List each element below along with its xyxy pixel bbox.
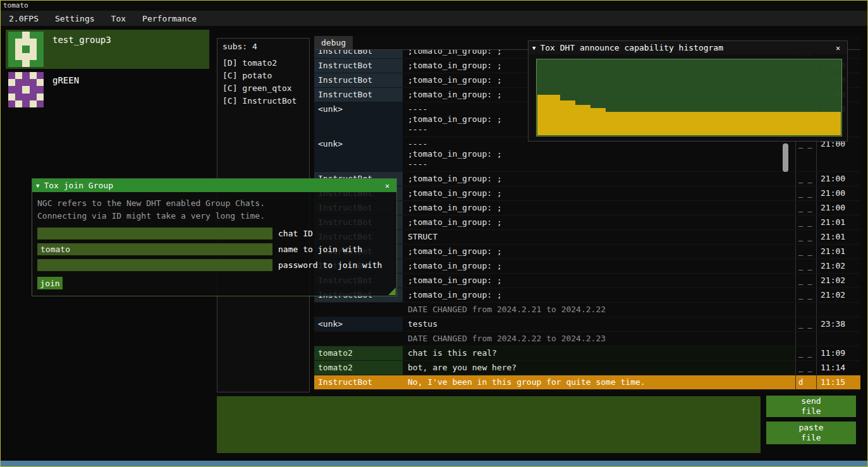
chat-row[interactable]: tomato2chat is this real?_ _11:09: [314, 346, 860, 361]
avatar-pixel: [37, 94, 44, 100]
date-separator-row[interactable]: DATE CHANGED from 2024.2.22 to 2024.2.23: [314, 332, 860, 346]
sender-name: [314, 303, 403, 317]
resize-grip[interactable]: [388, 288, 396, 295]
avatar-pixel: [30, 39, 37, 45]
chat-row[interactable]: tomato2bot, are you new here?_ _11:14: [314, 361, 860, 375]
timestamp: 21:01: [816, 245, 860, 258]
group-item-test_group3[interactable]: test_group3: [6, 30, 209, 69]
message-text: ;tomato_in_group: ;: [403, 288, 795, 302]
subs-list-item[interactable]: [C] InstructBot: [223, 95, 304, 107]
avatar-pixel: [22, 94, 29, 100]
avatar-pixel: [30, 53, 37, 60]
chat-id-input[interactable]: [37, 227, 272, 240]
histogram-bar: [757, 112, 765, 135]
histogram-bar: [833, 112, 841, 135]
avatar-pixel: [37, 86, 44, 93]
message-input[interactable]: [217, 396, 761, 453]
avatar-pixel: [8, 60, 15, 67]
histogram-bar: [682, 112, 689, 135]
subs-list-item[interactable]: [C] potato: [223, 70, 304, 82]
join-button[interactable]: join: [37, 277, 63, 289]
collapse-arrow-icon[interactable]: ▼: [532, 45, 535, 51]
avatar-pixel: [37, 32, 44, 39]
message-text: ;tomato_in_group: ;: [403, 274, 795, 288]
histogram-bar: [636, 112, 644, 135]
sender-name: tomato2: [314, 346, 403, 360]
delivery-status: _ _: [795, 346, 816, 360]
avatar-pixel: [37, 100, 44, 107]
avatar-pixel: [8, 39, 15, 45]
collapse-arrow-icon[interactable]: ▼: [36, 183, 39, 189]
message-text: ;tomato_in_group: ;: [403, 245, 795, 258]
bottom-edge-strip: [0, 461, 868, 467]
subs-list-item[interactable]: [D] tomato2: [223, 57, 304, 70]
close-icon[interactable]: ✕: [833, 44, 843, 52]
chat-scrollbar[interactable]: [783, 143, 788, 172]
chat-row[interactable]: <unk>---- ;tomato_in_group: ; ----_ _21:…: [314, 137, 860, 172]
join-password-label: password to join with: [278, 260, 382, 270]
histogram-bar: [659, 112, 666, 135]
menu-bar: 2.0FPSSettingsToxPerformance: [1, 11, 867, 26]
date-separator-row[interactable]: DATE CHANGED from 2024.2.21 to 2024.2.22: [314, 303, 860, 317]
delivery-status: _ _: [795, 230, 816, 244]
join-group-titlebar[interactable]: ▼ Tox join Group ✕: [32, 179, 396, 192]
delivery-status: _ _: [795, 361, 816, 375]
dht-histogram-titlebar[interactable]: ▼ Tox DHT announce capability histogram …: [529, 41, 847, 54]
avatar-pixel: [15, 53, 22, 60]
histogram-bar: [795, 112, 803, 135]
histogram-plot: [536, 59, 842, 136]
histogram-bar: [803, 112, 810, 135]
sender-name: InstructBot: [314, 375, 403, 389]
avatar-pixel: [15, 45, 22, 52]
join-password-input[interactable]: [37, 259, 272, 271]
histogram-bar: [621, 112, 628, 135]
group-name: test_group3: [52, 35, 111, 67]
chat-row[interactable]: InstructBotNo, I've been in this group f…: [314, 375, 860, 390]
join-group-body: NGC refers to the New DHT enabled Group …: [32, 192, 396, 294]
histogram-bar: [628, 112, 636, 135]
sender-name: InstructBot: [314, 59, 403, 73]
paste-file-button[interactable]: paste file: [766, 422, 856, 444]
timestamp: 21:00: [816, 137, 860, 171]
avatar-pixel: [8, 86, 15, 93]
histogram-bar: [727, 112, 735, 135]
histogram-bar: [818, 112, 826, 135]
sender-name: InstructBot: [314, 88, 403, 102]
histogram-bar: [719, 112, 727, 135]
timestamp: 21:02: [816, 259, 860, 273]
send-file-button[interactable]: send file: [766, 396, 856, 417]
chat-id-label: chat ID: [278, 229, 313, 238]
delivery-status: d: [795, 375, 816, 389]
avatar-pixel: [15, 94, 22, 100]
menu-item-settings[interactable]: Settings: [47, 11, 103, 26]
avatar-pixel: [37, 45, 44, 52]
histogram-bar: [742, 112, 750, 135]
delivery-status: [795, 332, 816, 346]
message-text: ;tomato_in_group: ;: [403, 201, 795, 215]
message-text: ;tomato_in_group: ;: [403, 215, 795, 229]
avatar-pixel: [8, 79, 15, 86]
delivery-status: _ _: [795, 137, 816, 171]
chat-row[interactable]: <unk>testus_ _23:38: [314, 317, 860, 332]
message-text: ;tomato_in_group: ;: [403, 259, 795, 273]
sender-name: tomato2: [314, 361, 403, 375]
avatar-pixel: [15, 60, 22, 67]
menu-item-performance[interactable]: Performance: [134, 11, 205, 26]
message-text: bot, are you new here?: [403, 361, 795, 375]
timestamp: 21:02: [816, 288, 860, 302]
subs-list-item[interactable]: [C] green_qtox: [223, 82, 304, 95]
avatar-pixel: [8, 53, 15, 60]
histogram-bar: [788, 112, 795, 135]
histogram-bar: [712, 112, 719, 135]
close-icon[interactable]: ✕: [382, 181, 393, 190]
avatar-pixel: [15, 100, 22, 107]
join-name-input[interactable]: tomato: [37, 243, 272, 255]
menu-item-tox[interactable]: Tox: [103, 11, 134, 26]
group-avatar: [8, 72, 44, 107]
group-item-gREEN[interactable]: gREEN: [6, 70, 209, 109]
join-group-title: Tox join Group: [44, 181, 113, 190]
delivery-status: _ _: [795, 288, 816, 302]
tab-debug[interactable]: debug: [314, 36, 353, 49]
avatar-pixel: [22, 60, 29, 67]
histogram-bar: [560, 100, 568, 135]
